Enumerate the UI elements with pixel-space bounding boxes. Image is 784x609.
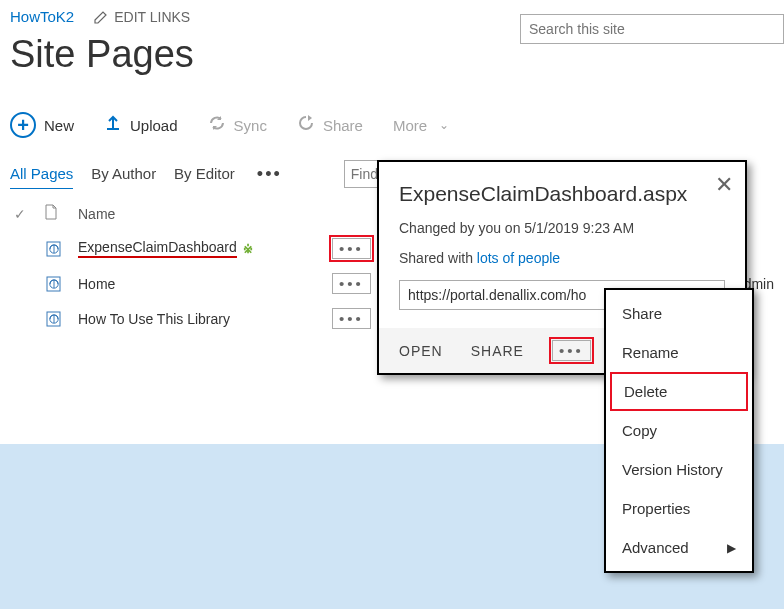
pencil-icon [94,10,108,24]
callout-shared-prefix: Shared with [399,250,477,266]
menu-item-delete[interactable]: Delete [610,372,748,411]
new-badge-icon: ※ [243,242,253,256]
share-button-label: Share [323,117,363,134]
sync-button-label: Sync [234,117,267,134]
item-title-link[interactable]: How To Use This Library [78,311,230,327]
breadcrumb-site-link[interactable]: HowToK2 [10,8,74,25]
close-icon[interactable]: ✕ [715,172,733,198]
menu-item-advanced[interactable]: Advanced▶ [608,528,750,567]
plus-circle-icon: + [10,112,36,138]
upload-icon [104,114,122,137]
submenu-caret-icon: ▶ [727,541,736,555]
callout-title: ExpenseClaimDashboard.aspx [399,182,725,206]
upload-button-label: Upload [130,117,178,134]
new-button-label: New [44,117,74,134]
share-icon [297,114,315,137]
menu-item-copy[interactable]: Copy [608,411,750,450]
item-title-link[interactable]: ExpenseClaimDashboard [78,239,237,258]
menu-item-version-history[interactable]: Version History [608,450,750,489]
menu-item-rename[interactable]: Rename [608,333,750,372]
more-button[interactable]: More ⌄ [393,117,449,134]
doc-type-icon [44,204,64,223]
select-all-check[interactable]: ✓ [10,206,30,222]
share-button[interactable]: Share [297,114,363,137]
search-input[interactable] [520,14,784,44]
item-title-link[interactable]: Home [78,276,115,292]
row-ellipsis-button[interactable]: ••• [332,238,371,259]
edit-links-label: EDIT LINKS [114,9,190,25]
chevron-down-icon: ⌄ [439,118,449,132]
edit-links-button[interactable]: EDIT LINKS [94,9,190,25]
views-ellipsis[interactable]: ••• [257,164,282,185]
new-button[interactable]: + New [10,112,74,138]
callout-ellipsis-button[interactable]: ••• [552,340,591,361]
context-menu: ShareRenameDeleteCopyVersion HistoryProp… [604,288,754,573]
menu-item-properties[interactable]: Properties [608,489,750,528]
callout-share-button[interactable]: SHARE [471,343,524,359]
view-tab-by-author[interactable]: By Author [91,165,156,188]
upload-button[interactable]: Upload [104,114,178,137]
menu-item-share[interactable]: Share [608,294,750,333]
callout-shared-link[interactable]: lots of people [477,250,560,266]
toolbar: + New Upload Sync Share More ⌄ [0,86,784,150]
page-icon [44,310,64,328]
page-icon [44,240,64,258]
row-ellipsis-button[interactable]: ••• [332,273,371,294]
sync-button[interactable]: Sync [208,114,267,137]
callout-shared-with: Shared with lots of people [399,250,725,266]
callout-changed-by: Changed by you on 5/1/2019 9:23 AM [399,220,725,236]
view-tab-by-editor[interactable]: By Editor [174,165,235,188]
sync-icon [208,114,226,137]
column-header-name[interactable]: Name [78,206,115,222]
more-button-label: More [393,117,427,134]
page-icon [44,275,64,293]
callout-open-button[interactable]: OPEN [399,343,443,359]
view-tab-all-pages[interactable]: All Pages [10,165,73,189]
row-ellipsis-button[interactable]: ••• [332,308,371,329]
